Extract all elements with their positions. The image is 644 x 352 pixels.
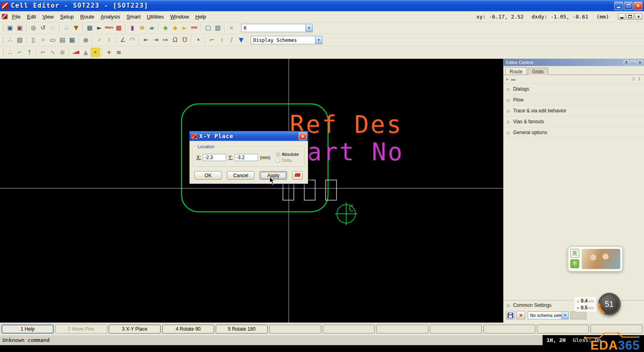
- combo-arrow-icon[interactable]: ▼: [305, 24, 312, 32]
- minimize-button[interactable]: [614, 2, 623, 10]
- save-schema-button[interactable]: [506, 311, 515, 319]
- unlock-icon[interactable]: ℧: [180, 35, 190, 45]
- copy-cells-icon[interactable]: ▢: [203, 23, 213, 33]
- cancel-button[interactable]: Cancel: [227, 171, 254, 180]
- route-up-icon[interactable]: ≀: [217, 35, 227, 45]
- corner-route-icon[interactable]: ⌐: [207, 35, 217, 45]
- align-left-icon[interactable]: ⇤: [141, 35, 151, 45]
- combo-arrow-icon[interactable]: ▼: [561, 312, 568, 319]
- schema-combo[interactable]: No schema selec ▼: [528, 311, 569, 319]
- pin-flag-icon[interactable]: ▼: [236, 35, 246, 45]
- prev-view-icon[interactable]: ►: [95, 23, 104, 33]
- section-vias-fanouts[interactable]: ▷Vias & fanouts: [504, 116, 644, 127]
- delete-icon[interactable]: ×: [227, 23, 236, 33]
- menu-view[interactable]: View: [39, 12, 56, 21]
- x-input[interactable]: [203, 154, 226, 161]
- display-schemes-combo[interactable]: Display Schemes ▼: [251, 36, 322, 44]
- mdi-close-button[interactable]: ×: [635, 13, 642, 20]
- step-icon[interactable]: ↦: [161, 35, 170, 45]
- y-input[interactable]: [235, 154, 258, 161]
- align-right-icon[interactable]: ⇥: [151, 35, 161, 45]
- hatch-icon[interactable]: ∕∕: [95, 35, 104, 45]
- filter-icon[interactable]: ▼: [71, 23, 81, 33]
- fn-3-x-y-place[interactable]: 3 X-Y Place: [109, 325, 161, 333]
- corner-red-icon[interactable]: ⌐: [38, 48, 48, 57]
- mdi-minimize-button[interactable]: [618, 13, 625, 20]
- expand-all-icon[interactable]: ⇧: [632, 77, 636, 81]
- fill-display-icon[interactable]: ▰: [147, 23, 157, 33]
- tab-grids[interactable]: Grids: [528, 68, 548, 75]
- crosshair-icon[interactable]: +: [104, 48, 114, 57]
- target-icon[interactable]: ⊕: [58, 48, 67, 57]
- menu-setup[interactable]: Setup: [57, 12, 76, 21]
- corner-teal-icon[interactable]: ⌐: [15, 48, 25, 57]
- delete-schema-button[interactable]: ×: [516, 311, 525, 319]
- pen-icon[interactable]: ∕: [227, 35, 236, 45]
- cell-pins-icon[interactable]: ▥: [213, 23, 223, 33]
- maximize-button[interactable]: [624, 2, 633, 10]
- list-view-icon[interactable]: ≡: [114, 48, 124, 57]
- section-common-settings[interactable]: ▷ Common Settings: [504, 300, 644, 310]
- fn-1-help[interactable]: 1 Help: [2, 325, 54, 333]
- grid-toggle-icon[interactable]: ▦: [85, 23, 95, 33]
- route-vertical-icon[interactable]: ≀: [104, 35, 114, 45]
- dialog-titlebar[interactable]: X-Y Place ×: [190, 131, 308, 141]
- active-layer-combo[interactable]: 0 ▼: [241, 24, 313, 32]
- combo-arrow-icon[interactable]: ▼: [315, 36, 322, 44]
- menu-file[interactable]: File: [9, 12, 23, 21]
- section-general-options[interactable]: ▷General options: [504, 127, 644, 138]
- menu-smart[interactable]: Smart: [124, 12, 143, 21]
- drc-icon[interactable]: DRC: [190, 23, 199, 33]
- section-dialogs[interactable]: ▷Dialogs: [504, 84, 644, 95]
- tab-route[interactable]: Route: [505, 67, 527, 75]
- design-canvas[interactable]: C Ref Des art No X-Y Place × Location X:: [0, 59, 503, 323]
- menu-route[interactable]: Route: [77, 12, 97, 21]
- menu-edit[interactable]: Edit: [24, 12, 39, 21]
- undo-icon[interactable]: ↺: [38, 23, 48, 33]
- editor-control-header[interactable]: Editor Control ? ×: [504, 59, 644, 66]
- place-cell-icon[interactable]: ▣: [15, 23, 25, 33]
- display-layers-icon[interactable]: ≋: [137, 23, 147, 33]
- pad-ring-icon[interactable]: ◈: [161, 23, 170, 33]
- arc-icon[interactable]: ◠: [128, 35, 137, 45]
- section-plow[interactable]: ▷Plow: [504, 95, 644, 106]
- fn-5-rotate-180[interactable]: 5 Rotate 180: [216, 325, 268, 333]
- text-a-icon[interactable]: A: [91, 48, 100, 57]
- pin-dots-icon[interactable]: ∴: [5, 48, 15, 57]
- panel-pin-button[interactable]: [630, 60, 636, 65]
- toolbar-grip[interactable]: [2, 36, 3, 44]
- library-book-icon[interactable]: ▮: [128, 23, 137, 33]
- menu-window[interactable]: Window: [167, 12, 192, 21]
- triangle-icon[interactable]: ▲: [81, 48, 91, 57]
- hazard-grid-icon[interactable]: ▩: [114, 23, 124, 33]
- histogram-icon[interactable]: ▂▅▇: [71, 48, 81, 57]
- pad-single-icon[interactable]: ▯: [29, 35, 38, 45]
- panel-close-button[interactable]: ×: [637, 60, 643, 65]
- collapse-all-icon[interactable]: ⇩: [638, 77, 641, 81]
- apply-button[interactable]: Apply: [260, 171, 287, 180]
- save-icon[interactable]: ▣: [5, 23, 15, 33]
- section-trace-via-edit-behavior[interactable]: ▷Trace & via edit behavior: [504, 106, 644, 116]
- prev-red-icon[interactable]: PREV: [104, 23, 114, 33]
- flow-arrow-icon[interactable]: ►: [180, 23, 190, 33]
- route-arrow-icon[interactable]: ↑: [25, 48, 34, 57]
- rows-icon[interactable]: ▤: [58, 35, 67, 45]
- zigzag-icon[interactable]: ∿: [48, 48, 58, 57]
- toolbar-grip[interactable]: [2, 48, 3, 56]
- pad-3[interactable]: [326, 180, 336, 200]
- panel-help-button[interactable]: ?: [623, 60, 629, 65]
- outline-rect-icon[interactable]: ▭: [48, 35, 58, 45]
- dot-icon[interactable]: ●: [81, 35, 91, 45]
- menu-utilities[interactable]: Utilities: [144, 12, 167, 21]
- zoom-icon[interactable]: ◎: [29, 23, 38, 33]
- help-button[interactable]: [292, 171, 303, 180]
- menu-analysis[interactable]: Analysis: [98, 12, 123, 21]
- hold-tool-icon[interactable]: ▬: [511, 77, 516, 81]
- ok-button[interactable]: OK: [194, 171, 222, 180]
- fn-4-rotate-90[interactable]: 4 Rotate 90: [162, 325, 214, 333]
- toolbar-grip[interactable]: [2, 24, 3, 32]
- via-diamond-icon[interactable]: ◆: [170, 23, 180, 33]
- dialog-close-button[interactable]: ×: [299, 133, 307, 140]
- angle-icon[interactable]: ∠: [118, 35, 128, 45]
- speed-ball[interactable]: 51: [598, 293, 621, 315]
